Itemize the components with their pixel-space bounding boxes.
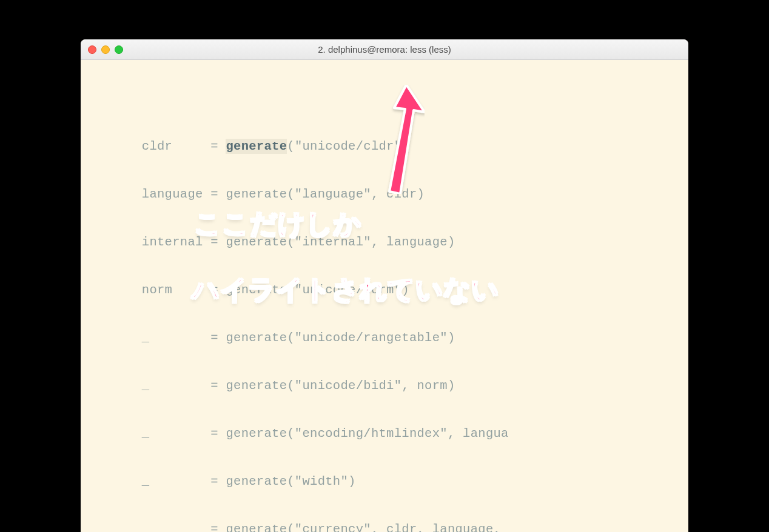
- code-line: _ = generate("unicode/rangetable"): [81, 326, 688, 350]
- terminal-window: 2. delphinus@remora: less (less) cldr = …: [81, 39, 688, 532]
- code-text: cldr =: [81, 139, 226, 153]
- window-titlebar[interactable]: 2. delphinus@remora: less (less): [81, 39, 688, 60]
- code-line: norm = generate("unicode/norm"): [81, 278, 688, 302]
- code-line: language = generate("language", cldr): [81, 182, 688, 207]
- code-line: _ = generate("unicode/bidi", norm): [81, 374, 688, 398]
- code-line: _ = generate("width"): [81, 470, 688, 494]
- code-line: _ = generate("encoding/htmlindex", langu…: [81, 422, 688, 446]
- search-match-highlight: generate: [226, 139, 287, 154]
- code-line: internal = generate("internal", language…: [81, 230, 688, 254]
- code-line: cldr = generate("unicode/cldr"): [81, 135, 688, 159]
- terminal-content[interactable]: cldr = generate("unicode/cldr") language…: [81, 60, 688, 532]
- window-title: 2. delphinus@remora: less (less): [81, 44, 688, 55]
- code-line: _ = generate("currency", cldr, language,: [81, 517, 688, 533]
- code-text: ("unicode/cldr"): [287, 139, 409, 153]
- code-block: cldr = generate("unicode/cldr") language…: [81, 108, 688, 532]
